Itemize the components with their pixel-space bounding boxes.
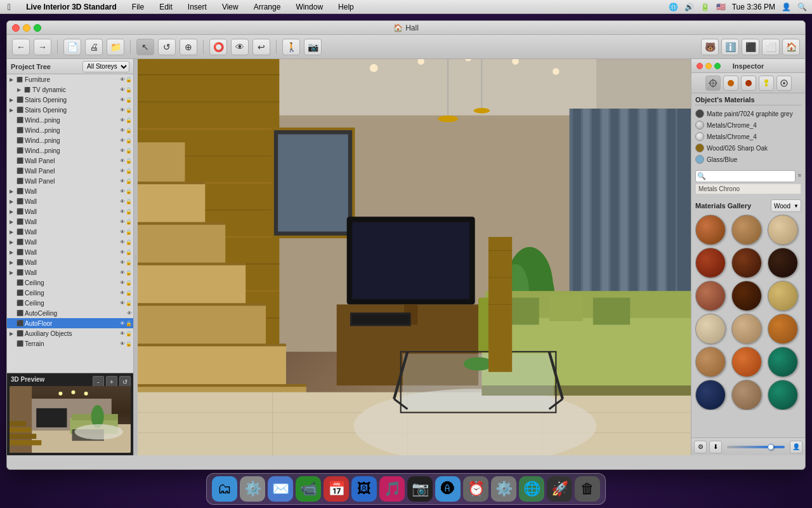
material-search-input[interactable] bbox=[709, 173, 794, 180]
minimize-button[interactable] bbox=[23, 24, 30, 32]
search-menu-icon[interactable]: 🔍 bbox=[797, 3, 807, 11]
tree-item-wall3[interactable]: ▶ ⬛ Wall 👁 🔒 bbox=[7, 206, 133, 217]
menu-help[interactable]: Help bbox=[336, 3, 357, 11]
material-item-3[interactable]: Metals/Chrome_4 bbox=[695, 131, 801, 142]
inspector-maximize[interactable] bbox=[714, 63, 721, 69]
material-item-5[interactable]: Glass/Blue bbox=[695, 154, 801, 165]
gallery-slider[interactable] bbox=[727, 446, 785, 448]
dock-item-sysprefs[interactable]: ⚙️ bbox=[240, 476, 265, 502]
nav-back-button[interactable]: ← bbox=[12, 39, 30, 55]
tree-item-terrain[interactable]: ⬛ Terrain 👁 🔒 bbox=[7, 338, 133, 349]
toolbar-info-button[interactable]: 🐻 bbox=[701, 39, 719, 55]
gallery-item-5[interactable] bbox=[731, 248, 762, 278]
storey-select[interactable]: All Storeys bbox=[82, 61, 129, 72]
nav-forward-button[interactable]: → bbox=[34, 39, 51, 55]
material-item-1[interactable]: Matte paint/7024 graphite grey bbox=[695, 108, 801, 119]
menu-arrange[interactable]: Arrange bbox=[251, 3, 284, 11]
inspector-tab-shape[interactable] bbox=[705, 76, 721, 91]
gallery-item-1[interactable] bbox=[695, 215, 726, 245]
toolbar-new-button[interactable]: 📄 bbox=[63, 39, 81, 55]
gallery-item-3[interactable] bbox=[768, 215, 798, 245]
app-name[interactable]: Live Interior 3D Standard bbox=[23, 3, 119, 11]
tree-item-wall2[interactable]: ▶ ⬛ Wall 👁 🔒 bbox=[7, 196, 133, 206]
inspector-tab-settings[interactable] bbox=[776, 76, 792, 91]
material-item-4[interactable]: Wood/026 Sharp Oak bbox=[695, 142, 801, 154]
toolbar-print-button[interactable]: 🖨 bbox=[85, 39, 103, 55]
inspector-close[interactable] bbox=[697, 63, 703, 69]
tree-item-wind3[interactable]: ⬛ Wind...pning 👁 🔒 bbox=[7, 135, 133, 145]
toolbar-undo-button[interactable]: ↩ bbox=[252, 39, 270, 55]
tree-item-wall1[interactable]: ▶ ⬛ Wall 👁 🔒 bbox=[7, 186, 133, 196]
gallery-dropdown[interactable]: Wood Metal Glass Fabric bbox=[771, 199, 801, 212]
gallery-item-4[interactable] bbox=[695, 248, 726, 278]
tree-item-stairs1[interactable]: ▶ ⬛ Stairs Opening 👁 🔒 bbox=[7, 95, 133, 105]
dock-item-launchpad[interactable]: 🚀 bbox=[547, 476, 572, 502]
material-search[interactable]: 🔍 bbox=[695, 170, 796, 182]
material-item-2[interactable]: Metals/Chrome_4 bbox=[695, 119, 801, 131]
dock-item-aperture[interactable]: 📷 bbox=[407, 476, 433, 502]
tree-item-wall9[interactable]: ▶ ⬛ Wall 👁 🔒 bbox=[7, 267, 133, 277]
inspector-minimize[interactable] bbox=[705, 63, 712, 69]
close-button[interactable] bbox=[12, 24, 20, 32]
tree-item-tv[interactable]: ▶ ⬛ TV dynamic 👁 🔒 bbox=[7, 84, 133, 95]
menu-window[interactable]: Window bbox=[293, 3, 325, 11]
toolbar-info2-button[interactable]: ℹ️ bbox=[721, 39, 739, 55]
tree-item-wall7[interactable]: ▶ ⬛ Wall 👁 🔒 bbox=[7, 247, 133, 257]
toolbar-open-button[interactable]: 📁 bbox=[107, 39, 124, 55]
inspector-tab-texture[interactable] bbox=[741, 76, 756, 91]
tree-item-wind1[interactable]: ⬛ Wind...pning 👁 🔒 bbox=[7, 115, 133, 125]
toolbar-walk-button[interactable]: 🚶 bbox=[282, 39, 300, 55]
toolbar-select-button[interactable]: ↖ bbox=[136, 39, 154, 55]
gallery-import-button[interactable]: ⬇ bbox=[709, 441, 722, 453]
maximize-button[interactable] bbox=[34, 24, 41, 32]
dock-item-appstore[interactable]: 🅐 bbox=[435, 476, 461, 502]
tree-item-auxiliary[interactable]: ▶ ⬛ Auxiliary Objects 👁 🔒 bbox=[7, 328, 133, 338]
tree-item-wall8[interactable]: ▶ ⬛ Wall 👁 🔒 bbox=[7, 257, 133, 267]
gallery-item-16[interactable] bbox=[695, 380, 726, 410]
tree-item-wind2[interactable]: ⬛ Wind...pning 👁 🔒 bbox=[7, 125, 133, 135]
toolbar-layout2-button[interactable]: ⬜ bbox=[762, 39, 780, 55]
toolbar-layout1-button[interactable]: ⬛ bbox=[742, 39, 759, 55]
dock-item-preview[interactable]: 🖼 bbox=[351, 476, 377, 502]
tree-item-wind4[interactable]: ⬛ Wind...pning 👁 🔒 bbox=[7, 145, 133, 156]
gallery-item-13[interactable] bbox=[695, 347, 726, 377]
inspector-tab-light[interactable] bbox=[759, 76, 774, 91]
toolbar-home-button[interactable]: 🏠 bbox=[782, 39, 800, 55]
toolbar-eye-button[interactable]: 👁 bbox=[231, 39, 249, 55]
gallery-item-6[interactable] bbox=[768, 248, 798, 278]
menu-insert[interactable]: Insert bbox=[185, 3, 209, 11]
gallery-item-2[interactable] bbox=[731, 215, 762, 245]
toolbar-transform-button[interactable]: ⊕ bbox=[180, 39, 197, 55]
tree-item-wall6[interactable]: ▶ ⬛ Wall 👁 🔒 bbox=[7, 237, 133, 247]
gallery-item-7[interactable] bbox=[695, 281, 726, 311]
dock-item-mail[interactable]: ✉️ bbox=[268, 476, 293, 502]
tree-item-wall4[interactable]: ▶ ⬛ Wall 👁 🔒 bbox=[7, 217, 133, 227]
gallery-item-9[interactable] bbox=[768, 281, 798, 311]
tree-item-autoceiling[interactable]: ⬛ AutoCeiling 👁 bbox=[7, 308, 133, 318]
tree-item-furniture[interactable]: ▶ ⬛ Furniture 👁 🔒 bbox=[7, 74, 133, 84]
toolbar-circle-button[interactable]: ⭕ bbox=[209, 39, 227, 55]
gallery-item-14[interactable] bbox=[731, 347, 762, 377]
gallery-item-12[interactable] bbox=[768, 314, 798, 344]
dock-item-sysprefs2[interactable]: ⚙️ bbox=[491, 476, 516, 502]
apple-menu[interactable]:  bbox=[5, 2, 13, 12]
dock-item-itunes[interactable]: 🎵 bbox=[379, 476, 405, 502]
three-d-view[interactable] bbox=[138, 59, 691, 455]
center-panel[interactable] bbox=[138, 59, 691, 455]
tree-item-wallpanel1[interactable]: ⬛ Wall Panel 👁 🔒 bbox=[7, 156, 133, 166]
tree-item-wall5[interactable]: ▶ ⬛ Wall 👁 🔒 bbox=[7, 227, 133, 237]
tree-item-ceiling1[interactable]: ⬛ Ceiling 👁 🔒 bbox=[7, 277, 133, 288]
inspector-tab-material[interactable] bbox=[723, 76, 738, 91]
gallery-item-11[interactable] bbox=[731, 314, 762, 344]
gallery-item-8[interactable] bbox=[731, 281, 762, 311]
tree-item-wallpanel2[interactable]: ⬛ Wall Panel 👁 🔒 bbox=[7, 166, 133, 176]
menu-file[interactable]: File bbox=[129, 3, 147, 11]
gallery-settings-button[interactable]: ⚙ bbox=[694, 441, 707, 453]
dock-item-timemachine[interactable]: ⏰ bbox=[463, 476, 488, 502]
tree-item-ceiling3[interactable]: ⬛ Ceiling 👁 🔒 bbox=[7, 298, 133, 308]
tree-item-ceiling2[interactable]: ⬛ Ceiling 👁 🔒 bbox=[7, 288, 133, 298]
gallery-item-18[interactable] bbox=[768, 380, 798, 410]
tree-item-wallpanel3[interactable]: ⬛ Wall Panel 👁 🔒 bbox=[7, 176, 133, 186]
gallery-item-10[interactable] bbox=[695, 314, 726, 344]
dock-item-finder[interactable]: 🗂 bbox=[212, 476, 237, 502]
